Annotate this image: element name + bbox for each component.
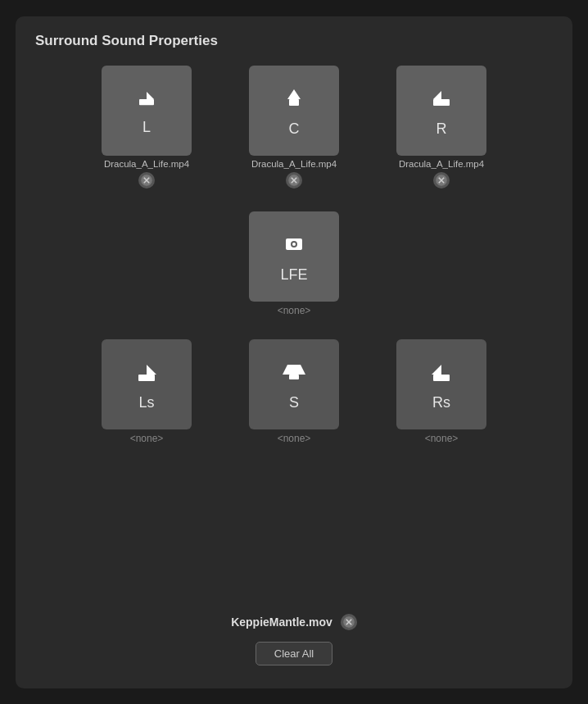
channel-box-L[interactable]: L [102, 66, 192, 156]
remove-icon-C [287, 174, 301, 187]
svg-marker-10 [433, 91, 441, 99]
panel-title: Surround Sound Properties [35, 33, 553, 49]
rs-speaker-icon [425, 357, 458, 389]
channel-label-R: R [436, 120, 447, 138]
remove-button-L[interactable] [138, 172, 155, 188]
lfe-speaker-icon [278, 229, 310, 261]
bottom-row: Ls <none> S <none> [97, 339, 491, 444]
svg-marker-0 [147, 92, 154, 99]
file-name-R: Dracula_A_Life.mp4 [399, 159, 484, 169]
channel-cell-S: S <none> [245, 339, 343, 444]
svg-marker-20 [283, 365, 305, 375]
remove-button-R[interactable] [433, 172, 450, 188]
top-row: L Dracula_A_Life.mp4 [97, 66, 491, 188]
bottom-section: KeppieMantle.mov Clear All [35, 614, 553, 665]
channel-cell-LFE: LFE <none> [245, 211, 343, 316]
svg-rect-1 [139, 99, 154, 105]
channel-label-S: S [289, 394, 299, 411]
remove-icon-L [140, 174, 153, 187]
channel-label-L: L [142, 119, 151, 136]
middle-row: LFE <none> [245, 211, 343, 316]
ls-speaker-icon [130, 357, 163, 389]
channel-label-LFE: LFE [280, 266, 307, 284]
svg-rect-21 [289, 375, 299, 379]
remove-button-C[interactable] [286, 172, 302, 188]
center-speaker-icon [278, 83, 310, 116]
channel-box-S[interactable]: S [249, 339, 339, 429]
svg-marker-5 [287, 89, 301, 99]
source-file-row: KeppieMantle.mov [231, 614, 357, 630]
svg-marker-22 [432, 365, 441, 375]
file-name-S: <none> [278, 433, 311, 444]
right-speaker-icon [425, 83, 458, 116]
svg-marker-18 [147, 365, 156, 375]
channel-cell-C: C Dracula_A_Life.mp4 [245, 66, 343, 188]
channel-cell-Rs: Rs <none> [392, 339, 491, 444]
file-name-C: Dracula_A_Life.mp4 [251, 159, 337, 169]
file-name-LFE: <none> [278, 305, 311, 316]
svg-rect-19 [138, 375, 155, 381]
remove-source-button[interactable] [341, 614, 357, 630]
channel-cell-Ls: Ls <none> [97, 339, 196, 444]
svg-point-17 [292, 243, 296, 246]
clear-all-button[interactable]: Clear All [256, 642, 332, 665]
file-name-L: Dracula_A_Life.mp4 [104, 159, 189, 169]
channel-label-C: C [289, 120, 300, 138]
s-speaker-icon [278, 357, 310, 389]
svg-rect-11 [433, 99, 450, 106]
channel-box-C[interactable]: C [249, 66, 339, 156]
channel-box-Rs[interactable]: Rs [396, 339, 486, 429]
channel-box-Ls[interactable]: Ls [102, 339, 192, 429]
left-speaker-icon [132, 84, 161, 114]
file-name-Rs: <none> [425, 433, 459, 444]
svg-rect-23 [433, 375, 450, 381]
source-file-name: KeppieMantle.mov [231, 615, 332, 629]
channel-cell-L: L Dracula_A_Life.mp4 [97, 66, 196, 188]
channel-cell-R: R Dracula_A_Life.mp4 [392, 66, 491, 188]
remove-icon-R [435, 174, 448, 187]
file-name-Ls: <none> [130, 433, 164, 444]
channel-box-LFE[interactable]: LFE [249, 211, 339, 302]
channel-grid: L Dracula_A_Life.mp4 [35, 66, 553, 591]
surround-sound-panel: Surround Sound Properties L Dracula_A_Li… [16, 16, 572, 688]
channel-label-Ls: Ls [138, 394, 154, 411]
svg-rect-6 [289, 99, 299, 106]
remove-source-icon [342, 615, 355, 629]
channel-label-Rs: Rs [432, 394, 450, 411]
channel-box-R[interactable]: R [396, 66, 486, 156]
